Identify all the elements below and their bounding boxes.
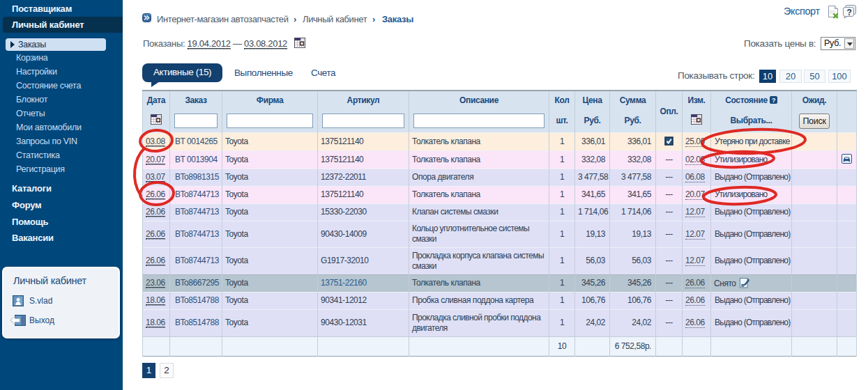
svg-text:?: ? xyxy=(847,8,852,17)
svg-text:?: ? xyxy=(772,97,775,104)
